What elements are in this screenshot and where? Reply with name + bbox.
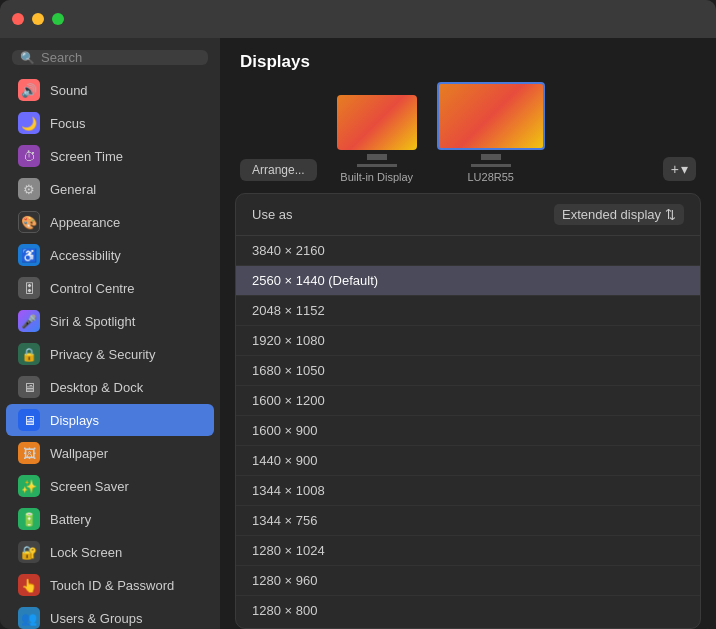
resolution-item-r8[interactable]: 1440 × 900 (236, 446, 700, 476)
use-as-label: Use as (252, 207, 292, 222)
sidebar-item-focus[interactable]: 🌙Focus (6, 107, 214, 139)
resolution-item-r6[interactable]: 1600 × 1200 (236, 386, 700, 416)
focus-icon: 🌙 (18, 112, 40, 134)
search-icon: 🔍 (20, 51, 35, 65)
extended-display-label: Extended display (562, 207, 661, 222)
chevron-down-icon: ▾ (681, 161, 688, 177)
resolution-list: 3840 × 21602560 × 1440 (Default)2048 × 1… (236, 236, 700, 616)
builtin-display-label: Built-in Display (340, 171, 413, 183)
builtin-display-base (357, 164, 397, 167)
app-window: 🔍 🔊Sound🌙Focus⏱Screen Time⚙General🎨Appea… (0, 0, 716, 629)
resolution-item-r13[interactable]: 1280 × 800 (236, 596, 700, 616)
privacy-label: Privacy & Security (50, 347, 155, 362)
sidebar-item-battery[interactable]: 🔋Battery (6, 503, 214, 535)
battery-label: Battery (50, 512, 91, 527)
external-display-thumbnail (437, 82, 545, 150)
builtin-display-thumbnail (337, 95, 417, 150)
chevron-up-down-icon: ⇅ (665, 207, 676, 222)
resolution-item-r10[interactable]: 1344 × 756 (236, 506, 700, 536)
resolution-item-r2[interactable]: 2560 × 1440 (Default) (236, 266, 700, 296)
maximize-button[interactable] (52, 13, 64, 25)
desktop-label: Desktop & Dock (50, 380, 143, 395)
screen-saver-icon: ✨ (18, 475, 40, 497)
search-bar[interactable]: 🔍 (12, 50, 208, 65)
titlebar (0, 0, 716, 38)
general-icon: ⚙ (18, 178, 40, 200)
builtin-display-stand (367, 154, 387, 160)
external-display-label: LU28R55 (467, 171, 513, 183)
sidebar: 🔍 🔊Sound🌙Focus⏱Screen Time⚙General🎨Appea… (0, 38, 220, 629)
appearance-icon: 🎨 (18, 211, 40, 233)
content-area: Displays Arrange... Built-in Display LU2… (220, 38, 716, 629)
general-label: General (50, 182, 96, 197)
add-display-button[interactable]: + ▾ (663, 157, 696, 181)
plus-icon: + (671, 161, 679, 177)
search-input[interactable] (41, 50, 200, 65)
sidebar-item-displays[interactable]: 🖥Displays (6, 404, 214, 436)
users-label: Users & Groups (50, 611, 142, 626)
resolution-item-r11[interactable]: 1280 × 1024 (236, 536, 700, 566)
builtin-display[interactable]: Built-in Display (337, 95, 417, 183)
sidebar-item-control-centre[interactable]: 🎛Control Centre (6, 272, 214, 304)
external-display-base (471, 164, 511, 167)
sidebar-item-sound[interactable]: 🔊Sound (6, 74, 214, 106)
main-container: 🔍 🔊Sound🌙Focus⏱Screen Time⚙General🎨Appea… (0, 38, 716, 629)
sidebar-item-lock-screen[interactable]: 🔐Lock Screen (6, 536, 214, 568)
sidebar-item-privacy[interactable]: 🔒Privacy & Security (6, 338, 214, 370)
lock-screen-label: Lock Screen (50, 545, 122, 560)
wallpaper-label: Wallpaper (50, 446, 108, 461)
resolution-item-r12[interactable]: 1280 × 960 (236, 566, 700, 596)
sidebar-item-screen-saver[interactable]: ✨Screen Saver (6, 470, 214, 502)
sidebar-item-touch-id[interactable]: 👆Touch ID & Password (6, 569, 214, 601)
resolution-header: Use as Extended display ⇅ (236, 194, 700, 236)
sound-label: Sound (50, 83, 88, 98)
resolution-item-r9[interactable]: 1344 × 1008 (236, 476, 700, 506)
sound-icon: 🔊 (18, 79, 40, 101)
extended-display-select[interactable]: Extended display ⇅ (554, 204, 684, 225)
page-title: Displays (220, 38, 716, 82)
touch-id-icon: 👆 (18, 574, 40, 596)
sidebar-item-users[interactable]: 👥Users & Groups (6, 602, 214, 629)
sidebar-item-siri[interactable]: 🎤Siri & Spotlight (6, 305, 214, 337)
sidebar-item-wallpaper[interactable]: 🖼Wallpaper (6, 437, 214, 469)
privacy-icon: 🔒 (18, 343, 40, 365)
displays-icon: 🖥 (18, 409, 40, 431)
desktop-icon: 🖥 (18, 376, 40, 398)
screen-time-label: Screen Time (50, 149, 123, 164)
resolution-panel: Use as Extended display ⇅ 3840 × 2160256… (235, 193, 701, 629)
displays-header: Arrange... Built-in Display LU28R55 + ▾ (220, 82, 716, 193)
sidebar-item-desktop[interactable]: 🖥Desktop & Dock (6, 371, 214, 403)
appearance-label: Appearance (50, 215, 120, 230)
resolution-item-r3[interactable]: 2048 × 1152 (236, 296, 700, 326)
touch-id-label: Touch ID & Password (50, 578, 174, 593)
control-centre-label: Control Centre (50, 281, 135, 296)
sidebar-item-screen-time[interactable]: ⏱Screen Time (6, 140, 214, 172)
minimize-button[interactable] (32, 13, 44, 25)
resolution-item-r7[interactable]: 1600 × 900 (236, 416, 700, 446)
close-button[interactable] (12, 13, 24, 25)
siri-icon: 🎤 (18, 310, 40, 332)
sidebar-item-accessibility[interactable]: ♿Accessibility (6, 239, 214, 271)
focus-label: Focus (50, 116, 85, 131)
resolution-item-r1[interactable]: 3840 × 2160 (236, 236, 700, 266)
users-icon: 👥 (18, 607, 40, 629)
accessibility-label: Accessibility (50, 248, 121, 263)
battery-icon: 🔋 (18, 508, 40, 530)
displays-label: Displays (50, 413, 99, 428)
external-display-stand (481, 154, 501, 160)
sidebar-item-appearance[interactable]: 🎨Appearance (6, 206, 214, 238)
lock-screen-icon: 🔐 (18, 541, 40, 563)
wallpaper-icon: 🖼 (18, 442, 40, 464)
siri-label: Siri & Spotlight (50, 314, 135, 329)
sidebar-item-general[interactable]: ⚙General (6, 173, 214, 205)
external-display[interactable]: LU28R55 (437, 82, 545, 183)
arrange-button[interactable]: Arrange... (240, 159, 317, 181)
resolution-item-r4[interactable]: 1920 × 1080 (236, 326, 700, 356)
accessibility-icon: ♿ (18, 244, 40, 266)
screen-time-icon: ⏱ (18, 145, 40, 167)
control-centre-icon: 🎛 (18, 277, 40, 299)
screen-saver-label: Screen Saver (50, 479, 129, 494)
resolution-item-r5[interactable]: 1680 × 1050 (236, 356, 700, 386)
